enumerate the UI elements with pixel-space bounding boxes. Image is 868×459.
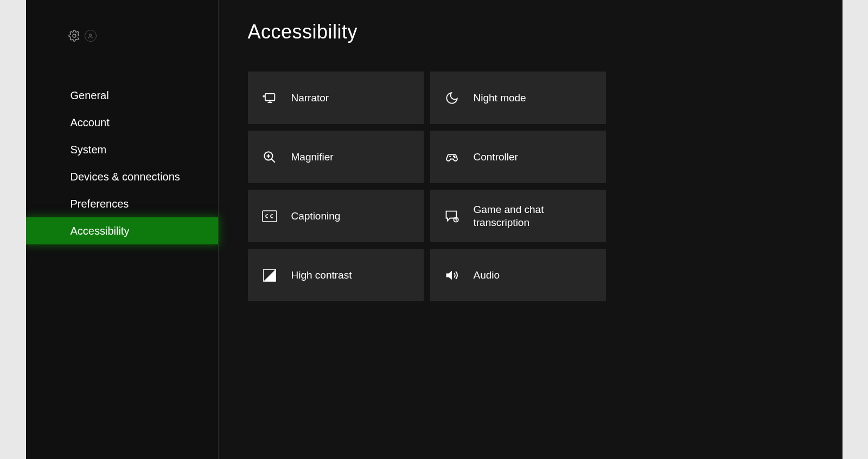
tile-captioning[interactable]: Captioning (248, 190, 424, 242)
tile-night-mode[interactable]: Night mode (430, 72, 606, 124)
audio-icon (444, 268, 459, 283)
transcription-icon (444, 209, 459, 224)
tile-label: High contrast (291, 269, 352, 282)
tile-controller[interactable]: Controller (430, 131, 606, 183)
svg-rect-6 (263, 211, 277, 222)
captioning-icon (262, 209, 277, 224)
sidebar-item-account[interactable]: Account (26, 109, 218, 136)
main-content: Accessibility Narrator (219, 0, 843, 459)
tile-grid: Narrator Night mode Ma (248, 72, 813, 301)
sidebar-item-label: Devices & connections (71, 171, 180, 183)
tile-label: Game and chat transcription (474, 203, 582, 229)
tile-audio[interactable]: Audio (430, 249, 606, 301)
magnifier-icon (262, 150, 277, 165)
svg-point-5 (454, 157, 455, 157)
tile-magnifier[interactable]: Magnifier (248, 131, 424, 183)
settings-window: General Account System Devices & connect… (26, 0, 843, 459)
svg-point-1 (90, 34, 92, 36)
sidebar-item-general[interactable]: General (26, 82, 218, 109)
tile-transcription[interactable]: Game and chat transcription (430, 190, 606, 242)
sidebar-item-label: Account (71, 117, 110, 129)
tile-high-contrast[interactable]: High contrast (248, 249, 424, 301)
sidebar-item-devices[interactable]: Devices & connections (26, 163, 218, 190)
sidebar-item-label: Accessibility (71, 225, 130, 237)
narrator-icon (262, 90, 277, 106)
page-title: Accessibility (248, 21, 813, 43)
svg-point-4 (453, 156, 454, 156)
profile-icon[interactable] (85, 30, 97, 42)
tile-label: Controller (474, 151, 518, 164)
tile-narrator[interactable]: Narrator (248, 72, 424, 124)
sidebar-header (26, 30, 218, 42)
tile-label: Night mode (474, 92, 526, 105)
tile-label: Audio (474, 269, 500, 282)
night-mode-icon (444, 90, 459, 106)
gear-icon (68, 30, 80, 42)
sidebar-item-label: Preferences (71, 198, 129, 210)
tile-label: Captioning (291, 210, 341, 223)
sidebar-item-accessibility[interactable]: Accessibility (26, 217, 218, 244)
sidebar-item-system[interactable]: System (26, 136, 218, 163)
sidebar-item-label: General (71, 89, 109, 102)
sidebar-item-preferences[interactable]: Preferences (26, 190, 218, 217)
sidebar-nav: General Account System Devices & connect… (26, 82, 218, 244)
svg-rect-2 (265, 93, 275, 100)
tile-label: Narrator (291, 92, 329, 105)
tile-label: Magnifier (291, 151, 334, 164)
svg-point-0 (73, 34, 76, 37)
sidebar: General Account System Devices & connect… (26, 0, 219, 459)
high-contrast-icon (262, 268, 277, 283)
controller-icon (444, 150, 459, 165)
sidebar-item-label: System (71, 144, 107, 156)
